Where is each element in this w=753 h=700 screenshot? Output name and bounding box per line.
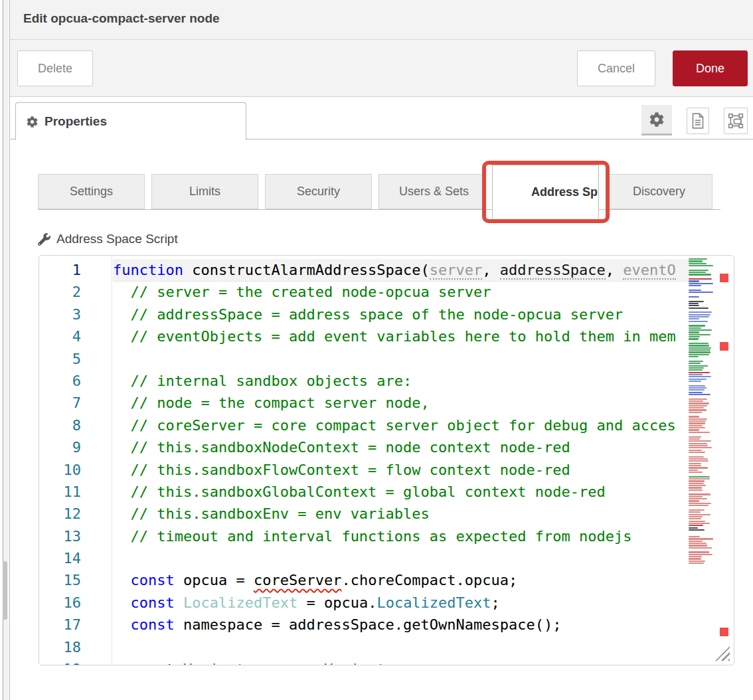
document-icon — [691, 113, 705, 129]
code-line[interactable]: // timeout and interval functions as exp… — [113, 525, 689, 547]
overview-ruler[interactable] — [714, 256, 734, 665]
line-number: 5 — [39, 348, 112, 370]
code-line[interactable] — [113, 636, 689, 658]
code-line[interactable]: // eventObjects = add event variables he… — [113, 325, 689, 347]
code-area[interactable]: function constructAlarmAddressSpace(serv… — [113, 259, 689, 665]
error-marker[interactable] — [720, 274, 728, 282]
dialog-title: Edit opcua-compact-server node — [23, 11, 740, 26]
cancel-button[interactable]: Cancel — [577, 50, 655, 86]
workspace-edge — [0, 0, 9, 700]
line-number: 17 — [39, 614, 112, 636]
line-number: 7 — [39, 392, 112, 414]
code-editor[interactable]: 12345678910111213141516171819 function c… — [39, 255, 734, 665]
done-button[interactable]: Done — [673, 50, 748, 86]
line-number-gutter: 12345678910111213141516171819 — [39, 256, 112, 665]
code-line[interactable]: // coreServer = core compact server obje… — [113, 414, 689, 436]
line-number: 13 — [39, 525, 112, 547]
code-line[interactable]: // this.sandboxFlowContext = flow contex… — [113, 459, 689, 481]
code-line[interactable]: // this.sandboxNodeContext = node contex… — [113, 436, 689, 458]
workspace-scrollbar[interactable] — [3, 561, 7, 620]
tab-address-space[interactable]: Address Sp — [492, 165, 599, 219]
code-line[interactable] — [113, 547, 689, 569]
line-number: 1 — [39, 259, 112, 281]
tab-content: Settings Limits Security Users & Sets Ad… — [10, 174, 753, 665]
node-tab-strip-wrap: Settings Limits Security Users & Sets Ad… — [38, 174, 720, 210]
code-line[interactable]: const namespace = addressSpace.getOwnNam… — [113, 614, 689, 636]
code-line[interactable]: const opcua = coreServer.choreCompact.op… — [113, 569, 689, 591]
code-line[interactable]: // this.sandboxGlobalContext = global co… — [113, 481, 689, 503]
line-number: 2 — [39, 281, 112, 303]
description-icon-button[interactable] — [687, 108, 709, 134]
editor-tabs-row: Properties — [10, 100, 753, 139]
line-number: 19 — [39, 658, 112, 665]
tab-users-sets[interactable]: Users & Sets — [378, 174, 485, 209]
appearance-icon — [728, 113, 744, 129]
line-number: 9 — [39, 436, 112, 458]
line-number: 14 — [39, 547, 112, 569]
line-number: 12 — [39, 503, 112, 525]
code-line[interactable]: // addressSpace = address space of the n… — [113, 304, 689, 325]
error-marker[interactable] — [720, 628, 728, 636]
code-line[interactable]: // server = the created node-opcua serve… — [113, 281, 689, 303]
line-number: 16 — [39, 592, 112, 614]
minimap[interactable] — [689, 258, 714, 614]
tab-security[interactable]: Security — [265, 174, 372, 209]
code-line[interactable]: // internal sandbox objects are: — [113, 370, 689, 392]
line-number: 11 — [39, 481, 112, 503]
tab-settings[interactable]: Settings — [38, 174, 145, 209]
line-number: 18 — [39, 636, 112, 658]
line-number: 3 — [39, 304, 112, 325]
tab-limits[interactable]: Limits — [151, 174, 258, 209]
tab-properties[interactable]: Properties — [15, 102, 246, 140]
tray-header: Edit opcua-compact-server node — [10, 0, 753, 40]
delete-button[interactable]: Delete — [17, 50, 93, 86]
code-line[interactable]: function constructAlarmAddressSpace(serv… — [113, 259, 689, 281]
error-marker[interactable] — [720, 342, 728, 351]
properties-icon-button[interactable] — [641, 105, 672, 135]
gear-icon — [649, 112, 664, 127]
code-line[interactable]: // this.sandboxEnv = env variables — [113, 503, 689, 525]
node-tab-strip: Settings Limits Security Users & Sets Ad… — [38, 174, 720, 210]
tray-toolbar: Delete Cancel Done — [10, 40, 753, 97]
code-line[interactable]: const LocalizedText = opcua.LocalizedTex… — [113, 592, 689, 614]
gear-icon — [27, 116, 38, 128]
section-label-text: Address Space Script — [56, 232, 178, 246]
line-number: 10 — [39, 459, 112, 481]
line-number: 8 — [39, 414, 112, 436]
code-line[interactable] — [113, 348, 689, 370]
wrench-icon — [38, 233, 50, 246]
line-number: 15 — [39, 569, 112, 591]
tab-discovery[interactable]: Discovery — [606, 174, 712, 209]
code-line[interactable]: const Variant = opcua.Variant; — [113, 658, 689, 665]
appearance-icon-button[interactable] — [724, 108, 748, 134]
code-line[interactable]: // node = the compact server node, — [113, 392, 689, 414]
line-number: 6 — [39, 370, 112, 392]
section-label: Address Space Script — [38, 232, 740, 246]
edit-node-tray: Edit opcua-compact-server node Delete Ca… — [9, 0, 753, 700]
line-number: 4 — [39, 325, 112, 347]
tab-properties-label: Properties — [44, 114, 107, 129]
